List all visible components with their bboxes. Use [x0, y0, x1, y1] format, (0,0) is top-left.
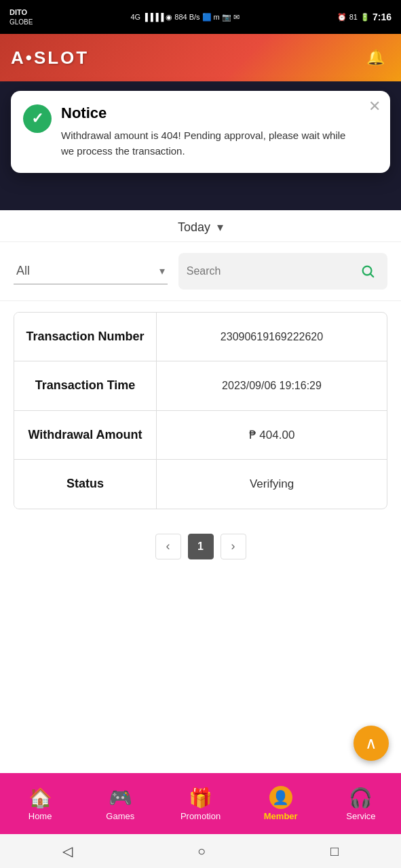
- status-bar: DITO GLOBE 4G ▐▐▐▐ ◉ 884 B/s 🟦 m 📷 ✉ ⏰ 8…: [0, 0, 401, 34]
- notice-overlay: ✓ Notice Withdrawal amount is 404! Pendi…: [0, 81, 401, 182]
- app-icon-blue: 🟦: [202, 13, 212, 22]
- type-dropdown[interactable]: All ▾: [14, 258, 168, 285]
- notification-icon[interactable]: 🔔: [366, 49, 385, 66]
- carrier-globe: GLOBE: [9, 18, 33, 26]
- network-type: 4G: [130, 13, 140, 21]
- member-icon-circle: 👤: [269, 786, 292, 809]
- notice-message: Withdrawal amount is 404! Pending approv…: [61, 127, 359, 159]
- status-right: ⏰ 81 🔋 7:16: [337, 12, 392, 22]
- app-header: A•SLOT 🔔: [0, 34, 401, 81]
- app-icon-m: m: [214, 13, 220, 21]
- next-page-button[interactable]: ›: [221, 534, 246, 559]
- battery-level: 81: [349, 13, 358, 21]
- app-icon-mail: ✉: [233, 13, 240, 22]
- member-label: Member: [264, 811, 298, 821]
- value-status: Verifying: [157, 460, 387, 508]
- header-logo: A•SLOT: [11, 47, 89, 68]
- nav-item-promotion[interactable]: 🎁 Promotion: [160, 787, 240, 821]
- date-chevron-icon: ▾: [217, 220, 223, 235]
- service-label: Service: [346, 811, 375, 821]
- alarm-icon: ⏰: [337, 13, 347, 22]
- status-center: 4G ▐▐▐▐ ◉ 884 B/s 🟦 m 📷 ✉: [130, 13, 239, 22]
- data-speed: 884 B/s: [174, 13, 199, 21]
- android-home-button[interactable]: ○: [197, 844, 206, 859]
- notice-box: ✓ Notice Withdrawal amount is 404! Pendi…: [11, 91, 390, 173]
- label-withdrawal-amount: Withdrawal Amount: [14, 411, 157, 459]
- carrier-dito: DITO: [9, 7, 33, 17]
- notice-check-icon: ✓: [23, 104, 52, 133]
- prev-page-button[interactable]: ‹: [155, 534, 181, 559]
- table-row: Transaction Time 2023/09/06 19:16:29: [14, 361, 387, 410]
- table-row: Withdrawal Amount ₱ 404.00: [14, 411, 387, 460]
- android-back-button[interactable]: ◁: [62, 843, 73, 859]
- home-icon: 🏠: [28, 787, 52, 809]
- table-row: Transaction Number 23090619169222620: [14, 313, 387, 361]
- transaction-table: Transaction Number 23090619169222620 Tra…: [14, 312, 387, 509]
- dropdown-value: All: [16, 264, 30, 278]
- service-icon: 🎧: [349, 787, 373, 809]
- table-row: Status Verifying: [14, 460, 387, 508]
- battery-icon: 🔋: [360, 13, 370, 22]
- status-left: DITO GLOBE: [9, 7, 33, 26]
- games-icon: 🎮: [109, 787, 132, 809]
- search-icon-btn[interactable]: [356, 260, 379, 283]
- value-transaction-time: 2023/09/06 19:16:29: [157, 361, 387, 410]
- app-icon-insta: 📷: [222, 13, 231, 22]
- label-transaction-number: Transaction Number: [14, 313, 157, 361]
- notice-close-button[interactable]: ✕: [368, 99, 381, 114]
- date-label: Today: [178, 220, 210, 235]
- android-nav-bar: ◁ ○ □: [0, 834, 401, 868]
- nav-item-games[interactable]: 🎮 Games: [80, 787, 160, 821]
- label-status: Status: [14, 460, 157, 508]
- value-transaction-number: 23090619169222620: [157, 313, 387, 361]
- filter-row: All ▾: [0, 242, 401, 301]
- promotion-label: Promotion: [180, 811, 221, 821]
- notice-content: Notice Withdrawal amount is 404! Pending…: [61, 104, 378, 159]
- clock-time: 7:16: [373, 12, 392, 22]
- nav-item-home[interactable]: 🏠 Home: [0, 787, 80, 821]
- notice-title: Notice: [61, 104, 359, 122]
- wifi-icon: ◉: [166, 13, 172, 22]
- android-recent-button[interactable]: □: [330, 844, 339, 859]
- date-filter-row[interactable]: Today ▾: [0, 210, 401, 242]
- promotion-icon: 🎁: [189, 787, 212, 809]
- search-icon: [360, 264, 375, 279]
- pagination: ‹ 1 ›: [0, 520, 401, 573]
- signal-icon: ▐▐▐▐: [142, 13, 164, 21]
- nav-item-service[interactable]: 🎧 Service: [321, 787, 401, 821]
- label-transaction-time: Transaction Time: [14, 361, 157, 410]
- current-page-button[interactable]: 1: [188, 534, 214, 559]
- home-label: Home: [28, 811, 52, 821]
- svg-line-1: [370, 274, 373, 277]
- value-withdrawal-amount: ₱ 404.00: [157, 411, 387, 459]
- scroll-top-icon: ∧: [365, 734, 377, 753]
- bottom-nav: 🏠 Home 🎮 Games 🎁 Promotion 👤 Member 🎧 Se…: [0, 773, 401, 834]
- search-input[interactable]: [187, 265, 351, 277]
- games-label: Games: [106, 811, 134, 821]
- nav-item-member[interactable]: 👤 Member: [241, 786, 321, 821]
- dropdown-arrow-icon: ▾: [159, 264, 165, 277]
- main-content: Today ▾ All ▾ Transaction Number: [0, 210, 401, 780]
- search-box[interactable]: [178, 253, 387, 290]
- scroll-top-button[interactable]: ∧: [354, 726, 389, 761]
- page-wrapper: DITO GLOBE 4G ▐▐▐▐ ◉ 884 B/s 🟦 m 📷 ✉ ⏰ 8…: [0, 0, 401, 868]
